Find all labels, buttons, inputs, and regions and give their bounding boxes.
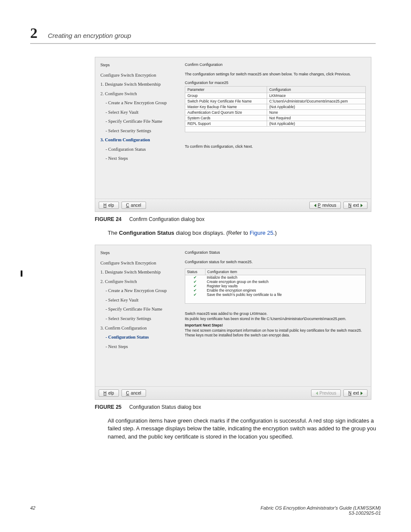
wizard-step: - Configuration Status [100,335,179,340]
doc-number: 53-1002925-01 [261,510,381,516]
doc-title: Fabric OS Encryption Administrator's Gui… [261,505,381,510]
button-bar: Help Cancel Previous Next [95,386,371,399]
page-footer: 42 Fabric OS Encryption Administrator's … [30,505,381,516]
table-row: GroupLKMmace [185,93,366,99]
wizard-step: - Create a New Encryption Group [100,288,179,293]
col-status: Status [185,269,206,275]
help-button[interactable]: Help [99,389,119,397]
check-icon: ✔ [185,280,205,284]
cancel-button[interactable]: Cancel [121,389,146,397]
body-paragraph-1: The Configuration Status dialog box disp… [108,229,379,237]
triangle-left-icon [316,392,318,395]
panel-title: Configuration Status [185,250,366,255]
status-row: ✔Save the switch's public key certificat… [185,292,365,297]
col-parameter: Parameter [185,87,267,93]
wizard-step: - Create a New Encryption Group [100,100,179,106]
check-icon: ✔ [185,284,205,288]
status-item-label: Create encryption group on the switch [205,280,365,284]
chapter-number: 2 [30,25,37,41]
chapter-header: 2 Creating an encryption group [30,25,376,44]
triangle-right-icon [361,392,363,395]
figure25-caption: FIGURE 25Configuration Status dialog box [95,404,381,410]
status-row: ✔Enable the encryption engines [185,288,365,292]
wizard-step: - Configuration Status [100,147,179,152]
col-item: Configuration Item [206,269,365,275]
panel-title: Confirm Configuration [185,62,366,67]
wizard-step: 1. Designate Switch Membership [100,270,179,275]
wizard-step: 3. Confirm Configuration [100,137,179,143]
wizard-step: - Select Security Settings [100,128,179,134]
check-icon: ✔ [185,275,205,280]
wizard-step: 2. Configure Switch [100,279,179,284]
config-subhead: Configuration for mace25 [185,81,366,85]
wizard-step: - Next Steps [100,344,179,349]
cancel-button[interactable]: Cancel [121,202,146,209]
status-messages: Switch mace25 was added to the group LKM… [185,311,366,338]
steps-heading: Configure Switch Encryption [100,260,179,265]
steps-header: Steps [100,250,179,255]
panel-description: Configuration status for switch mace25. [185,260,366,264]
status-table: Status Configuration Item ✔Initialize th… [185,268,366,304]
wizard-step: - Select Security Settings [100,316,179,321]
page-number: 42 [30,505,35,516]
steps-header: Steps [100,62,179,67]
check-icon: ✔ [185,292,205,297]
wizard-step: 1. Designate Switch Membership [100,82,179,87]
table-row: Master Key Backup File Name(Not Applicab… [185,104,366,110]
wizard-step: - Specify Certificate File Name [100,119,179,124]
col-configuration: Configuration [267,87,365,93]
panel-description: The configuration settings for switch ma… [185,72,366,76]
confirm-note: To confirm this configuration, click Nex… [185,144,366,149]
steps-heading: Configure Switch Encryption [100,72,179,78]
config-table: Parameter Configuration GroupLKMmaceSwit… [185,86,366,127]
check-icon: ✔ [185,288,205,292]
previous-button[interactable]: Previous [309,202,341,209]
status-item-label: Initialize the switch [205,275,365,280]
wizard-step: - Next Steps [100,156,179,161]
table-row: REPL Support(Not Applicable) [185,121,366,127]
triangle-right-icon [361,204,363,207]
body-paragraph-2: All configuration items have green check… [108,417,379,441]
status-row: ✔Register key vaults [185,284,365,288]
configuration-status-dialog: Steps Configure Switch Encryption1. Desi… [95,245,371,400]
wizard-step: 2. Configure Switch [100,91,179,96]
help-button[interactable]: Help [99,202,119,209]
next-button[interactable]: Next [343,389,367,397]
figure25-link[interactable]: Figure 25 [249,230,273,236]
triangle-left-icon [314,204,316,207]
status-item-label: Enable the encryption engines [205,288,365,292]
status-row: ✔Create encryption group on the switch [185,280,365,284]
table-row: Switch Public Key Certificate File NameC… [185,99,366,104]
wizard-step: - Select Key Vault [100,298,179,303]
next-button[interactable]: Next [343,202,367,209]
wizard-step: - Select Key Vault [100,110,179,115]
figure24-caption: FIGURE 24Confirm Configuration dialog bo… [95,216,381,222]
status-item-label: Save the switch's public key certificate… [205,292,365,297]
previous-button: Previous [311,389,341,397]
button-bar: Help Cancel Previous Next [95,199,371,212]
table-row: System CardsNot Required [185,115,366,121]
wizard-step: - Specify Certificate File Name [100,307,179,312]
change-bar [21,271,22,277]
status-row: ✔Initialize the switch [185,275,365,280]
confirm-configuration-dialog: Steps Configure Switch Encryption1. Desi… [95,57,371,212]
status-item-label: Register key vaults [205,284,365,288]
chapter-title: Creating an encryption group [48,32,131,39]
table-row: Authentication Card Quorum SizeNone [185,110,366,115]
wizard-step: 3. Confirm Configuration [100,326,179,331]
